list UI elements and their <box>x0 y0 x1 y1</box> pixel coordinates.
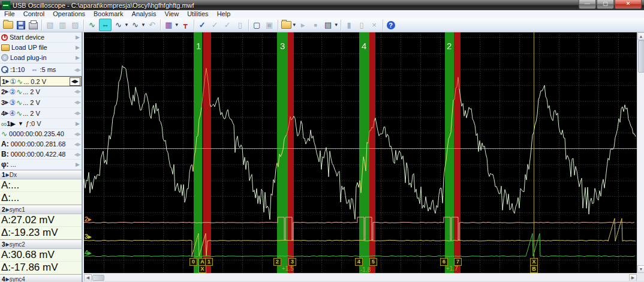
verify-all-disabled-icon[interactable]: ✓ <box>209 19 221 31</box>
expand-arrow-icon[interactable]: ▶ <box>76 55 80 61</box>
impulse-view-icon[interactable]: ∿ <box>86 19 98 31</box>
verify-next-disabled-icon[interactable]: ✓ <box>222 19 233 31</box>
phase-row[interactable]: φ:...▶ <box>0 160 82 170</box>
a-value[interactable]: 0000:00:00.281.68 <box>11 140 66 148</box>
horizontal-scrollbar[interactable]: ◀ ▶ <box>84 273 637 281</box>
hscroll-thumb[interactable] <box>92 275 104 281</box>
vertical-zoom-dropdown-icon[interactable]: ▼ <box>124 22 129 28</box>
batch-process-icon[interactable]: ▤ <box>323 19 334 31</box>
menu-file[interactable]: File <box>0 10 19 18</box>
b-spinner[interactable]: ◀▶ <box>74 152 80 157</box>
menu-utilities[interactable]: Utilities <box>183 10 212 18</box>
minimize-button[interactable]: — <box>579 0 596 9</box>
cursor-marker-0[interactable]: 0 <box>189 258 197 266</box>
print-icon[interactable] <box>28 19 39 31</box>
menu-help[interactable]: Help <box>213 10 235 18</box>
panel-header-Dx[interactable]: 1▶Dx <box>0 170 82 179</box>
a-spinner[interactable]: ◀▶ <box>74 142 80 147</box>
channel-3-row[interactable]: 3▶③∿... 2 V◀▶ <box>0 97 82 108</box>
open-file-icon[interactable] <box>2 19 14 31</box>
channel-scale-value[interactable]: ... 2 V <box>23 99 40 106</box>
duplicate-disabled-icon[interactable]: ▧ <box>44 19 56 31</box>
channel-scale-spinner[interactable]: ◀▶ <box>74 100 80 105</box>
export-files-dropdown-icon[interactable]: ▼ <box>292 22 297 28</box>
measurement-view-dropdown-icon[interactable]: ▼ <box>174 22 179 28</box>
channel-scale-spinner[interactable]: ◀▶ <box>74 89 80 94</box>
phi-spinner[interactable]: ▶ <box>76 161 80 167</box>
save-file-icon[interactable] <box>15 19 26 31</box>
cursor-marker-2[interactable]: 2 <box>273 258 281 266</box>
copy-image-disabled-icon[interactable]: ▣ <box>264 19 275 31</box>
select-region-icon[interactable]: ▢ <box>251 19 263 31</box>
scroll-down-button[interactable]: ▼ <box>637 265 644 273</box>
report-disabled-icon[interactable]: ▯ <box>234 19 246 31</box>
cursor-marker-B[interactable]: B <box>530 265 538 273</box>
cursor-marker-X[interactable]: X <box>198 265 206 273</box>
cursor-marker-4[interactable]: 4 <box>355 258 363 266</box>
channel-scale-value[interactable]: ... 0.2 V <box>23 78 46 85</box>
panel-header-sync1[interactable]: 2▶sync1 <box>0 205 82 214</box>
expand-arrow-icon[interactable]: ▶ <box>76 34 80 40</box>
pos-value[interactable]: 0000:00:00.235.40 <box>9 130 64 137</box>
batch-process-dropdown-icon[interactable]: ▼ <box>334 22 339 28</box>
vertical-scrollbar[interactable]: ▲ ▼ <box>637 32 644 273</box>
close-button[interactable]: ✕ <box>615 0 642 9</box>
zoom-ratio-value[interactable]: :1:10 <box>10 66 25 73</box>
scale-row[interactable]: :1:10⇔:5 ms◀▶ <box>0 63 82 76</box>
scroll-up-button[interactable]: ▲ <box>637 32 644 40</box>
start-device-button[interactable]: Start device▶ <box>0 32 82 43</box>
menu-control[interactable]: Control <box>19 10 49 18</box>
b-value[interactable]: 0000:00:00.422.48 <box>11 151 66 158</box>
trigger-row[interactable]: ∞1▶▼ƒ:0 V▶ <box>0 119 82 129</box>
play-sequence-disabled-icon[interactable]: ▶ <box>297 19 309 31</box>
cursor-a-row[interactable]: A:0000:00:00.281.68◀▶ <box>0 139 82 149</box>
channel-scale-value[interactable]: ... 2 V <box>23 88 40 95</box>
panel-header-sync4[interactable]: 4▶sync4 <box>0 274 82 282</box>
channel-scale-spinner[interactable]: ◀▶ <box>70 77 80 86</box>
channel-4-row[interactable]: 4▶④∿... 2 V◀▶ <box>0 108 82 119</box>
maximize-button[interactable]: ▢ <box>597 0 614 9</box>
menu-analysis[interactable]: Analysis <box>128 10 161 18</box>
expand-arrow-icon[interactable]: ▶ <box>76 44 80 50</box>
menu-operations[interactable]: Operations <box>49 10 89 18</box>
load-plug-in-button[interactable]: Load plug-in▶ <box>0 53 82 63</box>
load-up-file-button[interactable]: Load UP file▶ <box>0 43 82 53</box>
cursor-b-row[interactable]: B:0000:00:00.422.48◀▶ <box>0 149 82 160</box>
panel-header-sync2[interactable]: 3▶sync2 <box>0 239 82 249</box>
channel-scale-spinner[interactable]: ◀▶ <box>74 110 80 116</box>
record-sequence-disabled-icon[interactable]: ■ <box>310 19 321 31</box>
vertical-zoom-icon[interactable]: ∿ <box>113 19 124 31</box>
pos-spinner[interactable]: ◀▶ <box>74 131 80 137</box>
stack-disabled-icon[interactable]: ▥ <box>57 19 68 31</box>
menu-view[interactable]: View <box>161 10 183 18</box>
next-disabled-icon[interactable]: ▯ <box>356 19 368 31</box>
timebase-value[interactable]: :5 ms <box>40 66 56 73</box>
trigger-level-value[interactable]: ƒ:0 V <box>26 120 41 127</box>
import-disabled-icon[interactable]: ▨ <box>70 19 81 31</box>
help-icon[interactable]: ? <box>387 21 395 29</box>
verify-apply-icon[interactable]: ✓ <box>197 19 208 31</box>
cursor-marker-3[interactable]: 3 <box>288 258 296 266</box>
marker-tool-icon[interactable]: ┳ <box>180 19 191 31</box>
delete-disabled-icon[interactable]: × <box>369 19 380 31</box>
fit-screen-icon[interactable]: ⇔ <box>99 19 112 31</box>
measurement-view-icon[interactable]: ▦ <box>163 19 174 31</box>
scale-spinner[interactable]: ◀▶ <box>74 67 80 73</box>
cursor-marker-5[interactable]: 5 <box>369 258 377 266</box>
trigger-expand-arrow-icon[interactable]: ▶ <box>76 121 80 127</box>
horizontal-zoom-dropdown-icon[interactable]: ▼ <box>141 22 146 28</box>
scope-display[interactable] <box>84 32 637 273</box>
cursor-marker-7[interactable]: 7 <box>454 258 462 266</box>
menu-bookmark[interactable]: Bookmark <box>89 10 128 18</box>
horizontal-zoom-icon[interactable]: ∿ <box>130 19 141 31</box>
channel-1-row[interactable]: 1▶①∿... 0.2 V◀▶ <box>0 76 82 86</box>
channel-2-row[interactable]: 2▶②∿... 2 V◀▶ <box>0 86 82 97</box>
prev-disabled-icon[interactable]: ▮ <box>344 19 355 31</box>
channel-scale-value[interactable]: ... 2 V <box>23 110 40 117</box>
phi-value[interactable]: ... <box>11 161 16 168</box>
undo-icon[interactable]: ↶ <box>146 19 158 31</box>
vscroll-thumb[interactable] <box>638 40 644 73</box>
wave-position-row[interactable]: ∿0000:00:00.235.40◀▶ <box>0 129 82 139</box>
cursor-marker-6[interactable]: 6 <box>440 258 448 266</box>
cursor-marker-1[interactable]: 1 <box>205 258 213 266</box>
